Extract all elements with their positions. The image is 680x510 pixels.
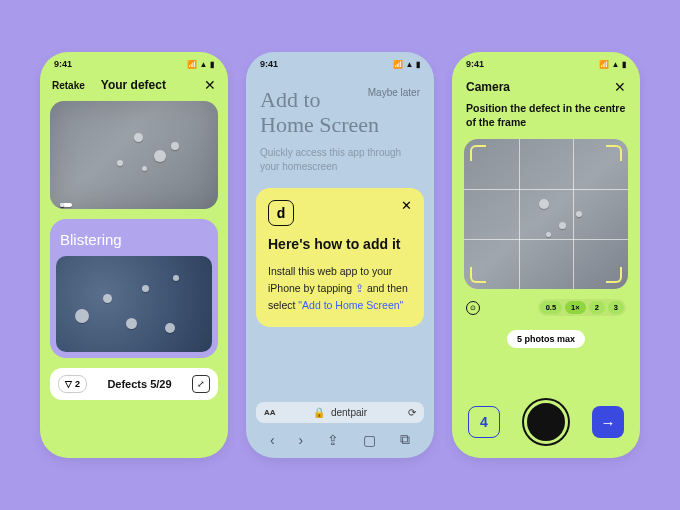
wifi-icon: ▲ [612, 60, 620, 69]
zoom-option[interactable]: 2 [589, 301, 605, 314]
bookmarks-icon[interactable]: ▢ [363, 432, 376, 448]
retake-button[interactable]: Retake [52, 80, 85, 91]
signal-icon: 📶 [393, 60, 403, 69]
header: Retake Your defect ✕ [40, 73, 228, 101]
address-bar[interactable]: AA 🔒 dentpair ⟳ [256, 402, 424, 423]
page-title: Camera [466, 80, 510, 94]
defect-type-label: Blistering [56, 225, 212, 256]
close-icon[interactable]: ✕ [204, 77, 216, 93]
text-size-button[interactable]: AA [264, 408, 276, 417]
fullscreen-icon[interactable]: ⤢ [192, 375, 210, 393]
browser-chrome: AA 🔒 dentpair ⟳ ‹ › ⇪ ▢ ⧉ [246, 396, 434, 458]
add-to-homescreen-screen: 9:41 📶 ▲ ▮ Maybe later Add to Home Scree… [246, 52, 434, 458]
capture-toolbar: 4 → [452, 390, 640, 458]
zoom-selector[interactable]: 0.5 1× 2 3 [538, 299, 626, 316]
arrow-right-icon: → [601, 414, 616, 431]
instruction-body: Install this web app to your iPhone by t… [268, 263, 412, 313]
camera-viewfinder[interactable] [464, 139, 628, 289]
header: Maybe later Add to Home Screen Quickly a… [246, 73, 434, 188]
focus-indicator-icon[interactable]: ⊙ [466, 301, 480, 315]
lock-icon: 🔒 [313, 407, 325, 418]
status-time: 9:41 [466, 59, 484, 69]
photo-count[interactable]: 4 [468, 406, 500, 438]
status-indicators: 📶 ▲ ▮ [393, 59, 420, 69]
camera-screen: 9:41 📶 ▲ ▮ Camera ✕ Position the defect … [452, 52, 640, 458]
zoom-option[interactable]: 3 [608, 301, 624, 314]
filter-icon: ▽ [65, 379, 72, 389]
back-icon[interactable]: ‹ [270, 432, 275, 448]
forward-icon[interactable]: › [299, 432, 304, 448]
status-time: 9:41 [260, 59, 278, 69]
share-icon[interactable]: ⇪ [327, 432, 339, 448]
zoom-option[interactable]: 1× [565, 301, 586, 314]
defect-review-screen: 9:41 📶 ▲ ▮ Retake Your defect ✕ Blisteri… [40, 52, 228, 458]
close-icon[interactable]: ✕ [614, 79, 626, 95]
status-bar: 9:41 📶 ▲ ▮ [40, 52, 228, 73]
app-icon: d [268, 200, 294, 226]
reload-icon[interactable]: ⟳ [408, 407, 416, 418]
maybe-later-link[interactable]: Maybe later [368, 87, 420, 98]
page-subtitle: Quickly access this app through your hom… [260, 146, 420, 174]
bottom-toolbar: ▽ 2 Defects 5/29 ⤢ [50, 368, 218, 400]
frame-corner [470, 267, 486, 283]
defect-type-card[interactable]: Blistering [50, 219, 218, 358]
add-to-home-link: "Add to Home Screen" [298, 299, 403, 311]
close-icon[interactable]: ✕ [401, 198, 412, 213]
tabs-icon[interactable]: ⧉ [400, 431, 410, 448]
signal-icon: 📶 [599, 60, 609, 69]
photo-limit-badge: 5 photos max [507, 330, 585, 348]
status-bar: 9:41 📶 ▲ ▮ [452, 52, 640, 73]
shutter-button[interactable] [524, 400, 568, 444]
defects-counter: Defects 5/29 [95, 378, 184, 390]
zoom-option[interactable]: 0.5 [540, 301, 562, 314]
instruction-text: Position the defect in the centre of the… [452, 101, 640, 139]
battery-icon: ▮ [416, 60, 420, 69]
wifi-icon: ▲ [406, 60, 414, 69]
instruction-card: ✕ d Here's how to add it Install this we… [256, 188, 424, 328]
frame-corner [470, 145, 486, 161]
battery-icon: ▮ [622, 60, 626, 69]
frame-corner [606, 145, 622, 161]
defect-reference-image [56, 256, 212, 352]
status-bar: 9:41 📶 ▲ ▮ [246, 52, 434, 73]
status-indicators: 📶 ▲ ▮ [599, 59, 626, 69]
share-icon: ⇪ [355, 282, 364, 294]
next-button[interactable]: → [592, 406, 624, 438]
zoom-controls: ⊙ 0.5 1× 2 3 [466, 299, 626, 316]
frame-corner [606, 267, 622, 283]
header: Camera ✕ [452, 73, 640, 101]
url-text: dentpair [331, 407, 367, 418]
page-title: Your defect [101, 78, 196, 92]
defect-photo[interactable] [50, 101, 218, 209]
battery-icon: ▮ [210, 60, 214, 69]
wifi-icon: ▲ [200, 60, 208, 69]
instruction-title: Here's how to add it [268, 236, 412, 254]
filter-count: 2 [75, 379, 80, 389]
signal-icon: 📶 [187, 60, 197, 69]
browser-toolbar: ‹ › ⇪ ▢ ⧉ [256, 423, 424, 458]
filter-chip[interactable]: ▽ 2 [58, 375, 87, 393]
status-time: 9:41 [54, 59, 72, 69]
status-indicators: 📶 ▲ ▮ [187, 59, 214, 69]
